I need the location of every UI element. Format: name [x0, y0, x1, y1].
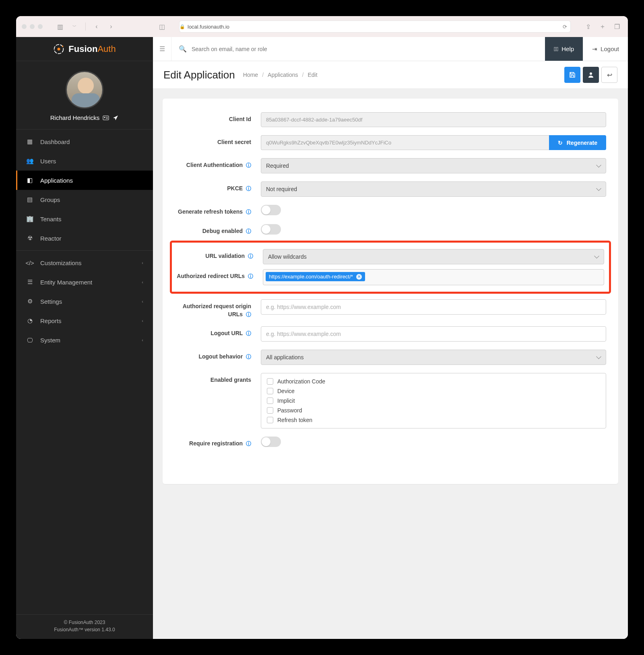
require-registration-toggle[interactable]: [261, 437, 281, 447]
logout-button[interactable]: ⇥ Logout: [583, 37, 628, 61]
checkbox[interactable]: [267, 407, 273, 414]
id-card-icon[interactable]: [103, 115, 109, 121]
location-arrow-icon[interactable]: [112, 115, 119, 121]
logout-behavior-select[interactable]: All applications: [261, 350, 606, 365]
profile-name: Richard Hendricks: [50, 114, 119, 121]
checkbox[interactable]: [267, 388, 273, 394]
pkce-select[interactable]: Not required: [261, 181, 606, 197]
info-icon[interactable]: ⓘ: [246, 209, 251, 215]
logout-icon: ⇥: [592, 45, 597, 53]
grant-item[interactable]: Implicit: [267, 396, 600, 406]
copyright: © FusionAuth 2023: [16, 619, 153, 626]
new-tab-icon[interactable]: ＋: [597, 21, 608, 32]
minimize-traffic-light[interactable]: [30, 24, 35, 29]
row-client-auth: Client Authentication ⓘ Required: [175, 154, 606, 177]
chevron-left-icon: ‹: [142, 260, 143, 265]
nav-dashboard[interactable]: ▦ Dashboard: [16, 132, 153, 151]
nav-groups[interactable]: ▤ Groups: [16, 190, 153, 209]
tag-remove-icon[interactable]: ✕: [356, 274, 362, 280]
refresh-tokens-toggle[interactable]: [261, 205, 281, 215]
tabs-icon[interactable]: ❐: [612, 21, 622, 32]
nav-settings[interactable]: ⚙ Settings ‹: [16, 292, 153, 311]
return-icon: ↩: [607, 71, 612, 79]
dashboard-icon: ▦: [26, 138, 34, 146]
logout-label: Logout: [601, 45, 619, 52]
info-icon[interactable]: ⓘ: [246, 228, 251, 234]
grant-label: Implicit: [277, 398, 295, 404]
url-bar[interactable]: 🔒 local.fusionauth.io ⟳: [179, 21, 571, 33]
nav-reports[interactable]: ◔ Reports ‹: [16, 311, 153, 330]
forward-icon[interactable]: ›: [106, 21, 116, 32]
nav-reactor[interactable]: ☢ Reactor: [16, 229, 153, 248]
redirect-urls-field[interactable]: https://example.com/oauth-redirect/* ✕: [263, 269, 604, 285]
nav-applications[interactable]: ◧ Applications: [16, 171, 153, 190]
info-icon[interactable]: ⓘ: [246, 330, 251, 336]
row-pkce: PKCE ⓘ Not required: [175, 177, 606, 201]
label-pkce: PKCE ⓘ: [175, 181, 251, 193]
crumb-applications[interactable]: Applications: [268, 72, 298, 78]
client-secret-field[interactable]: [261, 135, 549, 150]
client-id-field[interactable]: [261, 112, 606, 127]
nav-entity-management[interactable]: ☰ Entity Management ‹: [16, 272, 153, 292]
grant-item[interactable]: Authorization Code: [267, 377, 600, 386]
chevron-left-icon: ‹: [142, 299, 143, 304]
user-button[interactable]: [583, 67, 599, 83]
checkbox[interactable]: [267, 417, 273, 423]
save-button[interactable]: [564, 67, 580, 83]
nav-users[interactable]: 👥 Users: [16, 151, 153, 171]
regenerate-button[interactable]: ↻ Regenerate: [549, 135, 606, 150]
debug-toggle[interactable]: [261, 224, 281, 235]
brand-mark-icon: [53, 43, 64, 55]
checkbox[interactable]: [267, 378, 273, 385]
chevron-left-icon: ‹: [142, 280, 143, 284]
grant-item[interactable]: Password: [267, 406, 600, 415]
chevron-left-icon: ‹: [142, 318, 143, 323]
nav-customizations[interactable]: </> Customizations ‹: [16, 253, 153, 272]
refresh-icon[interactable]: ⟳: [563, 24, 567, 30]
checkbox[interactable]: [267, 398, 273, 404]
url-validation-select[interactable]: Allow wildcards: [263, 249, 604, 264]
label-client-secret: Client secret: [175, 135, 251, 146]
client-auth-select[interactable]: Required: [261, 158, 606, 173]
info-icon[interactable]: ⓘ: [246, 354, 251, 360]
shield-icon[interactable]: ◫: [157, 21, 167, 32]
info-icon[interactable]: ⓘ: [246, 185, 251, 192]
sidebar-toggle-icon[interactable]: ▥: [55, 21, 65, 32]
close-traffic-light[interactable]: [22, 24, 27, 29]
label-client-auth: Client Authentication ⓘ: [175, 158, 251, 169]
nav-label: Entity Management: [40, 279, 92, 286]
tag-text: https://example.com/oauth-redirect/*: [269, 274, 353, 280]
info-icon[interactable]: ⓘ: [246, 162, 251, 168]
info-icon[interactable]: ⓘ: [246, 311, 251, 317]
help-icon: ？⃝: [554, 45, 558, 52]
regenerate-label: Regenerate: [567, 140, 597, 146]
crumb-home[interactable]: Home: [243, 72, 258, 78]
logout-url-field[interactable]: [261, 326, 606, 342]
nav-label: System: [40, 337, 60, 344]
menu-toggle-icon[interactable]: ☰: [153, 37, 171, 61]
zoom-traffic-light[interactable]: [38, 24, 43, 29]
search-wrap: 🔍: [171, 37, 545, 61]
search-input[interactable]: [192, 46, 538, 52]
info-icon[interactable]: ⓘ: [246, 441, 251, 447]
origin-urls-field[interactable]: [261, 299, 606, 315]
avatar[interactable]: [66, 71, 103, 109]
sidebar: FusionAuth Richard Hendricks ▦ Dashboard: [16, 37, 153, 639]
info-icon[interactable]: ⓘ: [248, 273, 253, 279]
search-icon: 🔍: [179, 45, 187, 53]
nav-system[interactable]: 🖵 System ‹: [16, 330, 153, 350]
row-debug: Debug enabled ⓘ: [175, 220, 606, 239]
back-button[interactable]: ↩: [601, 67, 617, 83]
back-icon[interactable]: ‹: [91, 21, 102, 32]
grant-item[interactable]: Device: [267, 386, 600, 396]
grant-item[interactable]: Refresh token: [267, 415, 600, 425]
topbar: ☰ 🔍 ？⃝ Help ⇥ Logout: [153, 37, 628, 61]
info-icon[interactable]: ⓘ: [248, 253, 253, 259]
svg-rect-3: [103, 116, 109, 120]
share-icon[interactable]: ⇪: [583, 21, 593, 32]
chevron-down-icon[interactable]: ﹀: [69, 21, 80, 32]
row-url-validation: URL validation ⓘ Allow wildcards: [177, 247, 604, 267]
divider: [85, 23, 86, 31]
help-button[interactable]: ？⃝ Help: [545, 37, 583, 61]
nav-tenants[interactable]: 🏢 Tenants: [16, 209, 153, 229]
